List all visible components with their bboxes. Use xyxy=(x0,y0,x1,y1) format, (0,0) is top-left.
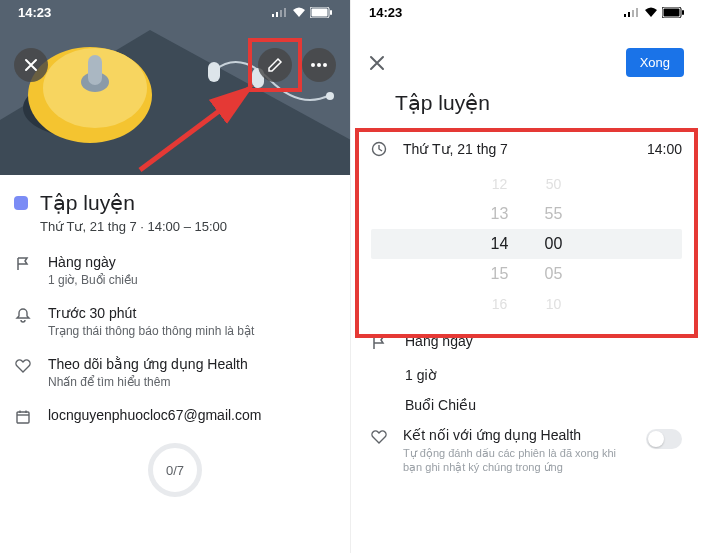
svg-rect-28 xyxy=(636,8,638,17)
svg-point-16 xyxy=(326,92,334,100)
hero-image xyxy=(0,0,350,175)
svg-rect-21 xyxy=(17,412,29,423)
flag-icon xyxy=(14,254,32,272)
calendar-icon xyxy=(14,407,32,425)
done-button[interactable]: Xong xyxy=(626,48,684,77)
health-sub: Nhấn để tìm hiểu thêm xyxy=(48,375,336,389)
svg-rect-5 xyxy=(312,8,328,16)
status-icons xyxy=(272,7,332,18)
edit-title[interactable]: Tập luyện xyxy=(351,87,702,129)
reminder-sub: Trạng thái thông báo thông minh là bật xyxy=(48,324,336,338)
repeat-label: Hàng ngày xyxy=(48,254,336,270)
status-time: 14:23 xyxy=(369,5,402,20)
event-title: Tập luyện xyxy=(40,191,135,215)
progress-text: 0/7 xyxy=(166,463,184,478)
svg-rect-13 xyxy=(88,55,102,85)
period-label[interactable]: Buổi Chiều xyxy=(405,397,682,413)
reminder-row[interactable]: Trước 30 phút Trạng thái thông báo thông… xyxy=(14,305,336,338)
status-bar: 14:23 xyxy=(0,0,350,24)
status-time: 14:23 xyxy=(18,5,51,20)
bell-icon xyxy=(14,305,32,323)
close-button[interactable] xyxy=(14,48,48,82)
status-icons xyxy=(624,7,684,18)
reminder-label: Trước 30 phút xyxy=(48,305,336,321)
event-details: Tập luyện Thứ Tư, 21 thg 7 · 14:00 – 15:… xyxy=(0,175,350,497)
account-email: locnguyenphuocloc67@gmail.com xyxy=(48,407,336,423)
annotation-highlight-box xyxy=(355,128,698,338)
signal-icon xyxy=(272,7,288,17)
health-connect-row[interactable]: Kết nối với ứng dụng Health Tự động đánh… xyxy=(371,427,682,475)
event-detail-pane: 14:23 xyxy=(0,0,351,553)
progress-ring: 0/7 xyxy=(148,443,202,497)
heart-icon xyxy=(14,356,32,374)
health-row[interactable]: Theo dõi bằng ứng dụng Health Nhấn để tì… xyxy=(14,356,336,389)
battery-icon xyxy=(662,7,684,18)
wifi-icon xyxy=(644,7,658,17)
event-color-chip xyxy=(14,196,28,210)
event-datetime: Thứ Tư, 21 thg 7 · 14:00 – 15:00 xyxy=(40,219,336,234)
svg-rect-27 xyxy=(632,10,634,17)
more-button[interactable] xyxy=(302,48,336,82)
svg-rect-31 xyxy=(682,10,684,15)
health-toggle[interactable] xyxy=(646,429,682,449)
svg-rect-25 xyxy=(624,14,626,17)
svg-rect-0 xyxy=(272,14,274,17)
annotation-highlight-box xyxy=(248,38,302,92)
health-label: Theo dõi bằng ứng dụng Health xyxy=(48,356,336,372)
svg-point-19 xyxy=(323,63,327,67)
svg-rect-1 xyxy=(276,12,278,17)
repeat-sub: 1 giờ, Buổi chiều xyxy=(48,273,336,287)
svg-rect-26 xyxy=(628,12,630,17)
svg-rect-14 xyxy=(208,62,220,82)
heart-icon xyxy=(371,427,389,445)
svg-rect-6 xyxy=(330,10,332,15)
svg-rect-2 xyxy=(280,10,282,17)
battery-icon xyxy=(310,7,332,18)
close-button[interactable] xyxy=(369,55,393,71)
duration-label[interactable]: 1 giờ xyxy=(405,367,682,383)
repeat-row[interactable]: Hàng ngày 1 giờ, Buổi chiều xyxy=(14,254,336,287)
svg-point-17 xyxy=(311,63,315,67)
svg-point-18 xyxy=(317,63,321,67)
svg-rect-30 xyxy=(664,8,680,16)
account-row[interactable]: locnguyenphuocloc67@gmail.com xyxy=(14,407,336,425)
status-bar: 14:23 xyxy=(351,0,702,24)
signal-icon xyxy=(624,7,640,17)
svg-rect-3 xyxy=(284,8,286,17)
health-title: Kết nối với ứng dụng Health xyxy=(403,427,632,443)
health-sub: Tự động đánh dấu các phiên là đã xong kh… xyxy=(403,446,632,475)
wifi-icon xyxy=(292,7,306,17)
event-edit-pane: 14:23 Xong Tập luyện Thứ Tư, 21 thg 7 14 xyxy=(351,0,702,553)
